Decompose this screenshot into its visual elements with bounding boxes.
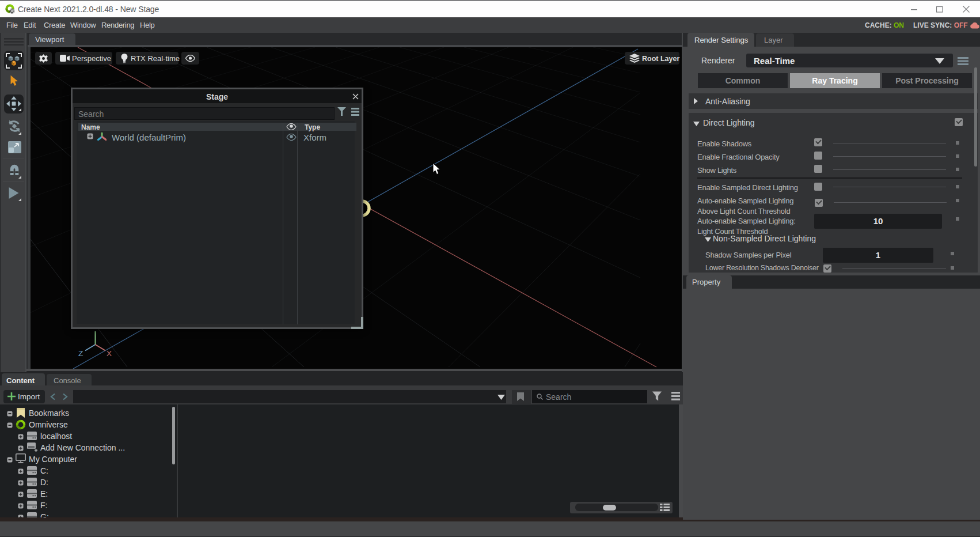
svg-text:X: X bbox=[107, 349, 112, 358]
svg-text:Z: Z bbox=[78, 349, 83, 358]
